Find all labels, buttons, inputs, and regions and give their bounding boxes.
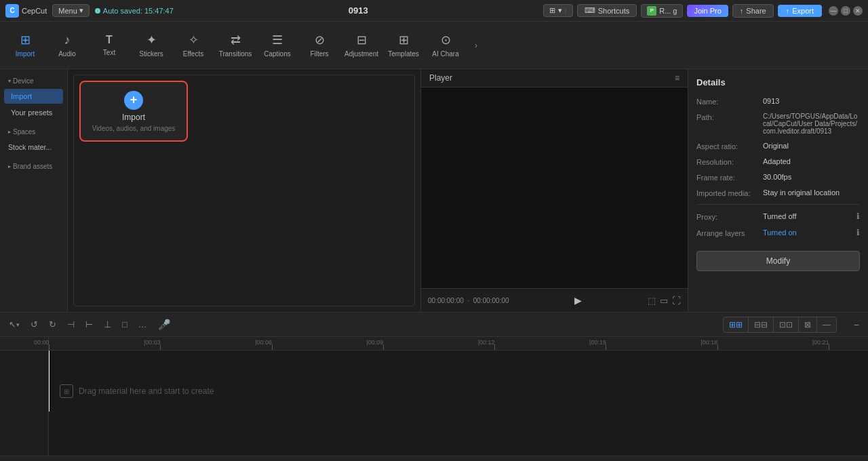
project-title: 0913 [349, 5, 368, 16]
timeline-track-area[interactable]: ⊞ Drag material here and start to create [49, 350, 868, 412]
detail-row-resolution: Resolution: Adapted [696, 157, 860, 166]
toolbar-item-text[interactable]: T Text [90, 25, 129, 66]
detail-divider [696, 204, 860, 205]
filters-icon: ⊘ [315, 33, 325, 47]
autosave-dot-icon [95, 8, 100, 14]
delete-button[interactable]: □ [119, 317, 131, 332]
timeline-view-btn-3[interactable]: ⊡⊡ [774, 317, 799, 332]
toolbar-item-captions[interactable]: ☰ Captions [258, 25, 297, 66]
details-title: Details [696, 77, 860, 87]
player-camera-icon[interactable]: ⬚ [648, 296, 656, 306]
maximize-button[interactable]: □ [841, 6, 850, 16]
detail-row-framerate: Frame rate: 30.00fps [696, 173, 860, 182]
toolbar-item-import[interactable]: ⊞ Import [5, 25, 45, 66]
detail-aspect-value: Original [763, 142, 860, 150]
templates-icon: ⊞ [399, 33, 409, 47]
select-tool-button[interactable]: ↖ ▾ [5, 317, 23, 332]
filters-label: Filters [310, 50, 328, 58]
detail-framerate-value: 30.00fps [763, 173, 860, 181]
zoom-out-button[interactable]: − [850, 317, 863, 332]
app-window: C CepCut Menu ▾ Auto saved: 15:47:47 091… [0, 0, 868, 461]
split-right-button[interactable]: ⊢ [82, 317, 96, 332]
share-label: Share [746, 7, 766, 15]
mic-button[interactable]: 🎤 [155, 317, 174, 333]
ruler-mark-0: 00:00 [49, 337, 50, 350]
window-controls: — □ ✕ [829, 6, 863, 16]
sidebar-section-brand-assets[interactable]: ▸ Brand assets [4, 160, 63, 173]
ruler-mark-4: |00:12 [494, 337, 495, 350]
ruler-mark-7: |00:21 [829, 337, 829, 350]
share-button[interactable]: ↑ Share [732, 4, 774, 18]
menu-label: Menu [58, 7, 77, 15]
detail-row-arrange: Arrange layers Turned on ℹ [696, 228, 860, 237]
shortcuts-button[interactable]: ⌨ Shortcuts [577, 4, 637, 17]
timeline-view-btn-1[interactable]: ⊞⊞ [724, 317, 749, 332]
toolbar-item-stickers[interactable]: ✦ Stickers [132, 25, 171, 66]
toolbar-item-filters[interactable]: ⊘ Filters [300, 25, 339, 66]
proxy-info-icon[interactable]: ℹ [856, 212, 860, 221]
modify-button[interactable]: Modify [696, 251, 860, 271]
app-name: CepCut [22, 7, 47, 15]
timeline-view-btn-2[interactable]: ⊟⊟ [749, 317, 774, 332]
toolbar-item-audio[interactable]: ♪ Audio [47, 25, 87, 66]
sidebar-item-import-label: Import [11, 92, 32, 100]
timeline-scrollbar[interactable] [0, 456, 868, 461]
player-timecode: 00:00:00:00 · 00:00:00:00 [428, 297, 509, 304]
stickers-icon: ✦ [146, 33, 157, 47]
sidebar-item-stock-label: Stock mater... [8, 143, 52, 151]
monitor-icon: ⊞ [549, 6, 555, 15]
timeline-main[interactable]: 00:00 |00:03 |00:06 |00:09 [49, 337, 868, 456]
templates-label: Templates [388, 50, 419, 58]
topbar-right: ⊞ ▾ | ⌨ Shortcuts P R... g Join Pro ↑ Sh… [543, 4, 863, 18]
toolbar-more-button[interactable]: › [468, 25, 484, 66]
detail-row-proxy: Proxy: Turned off ℹ [696, 212, 860, 221]
import-dropzone[interactable]: + Import Videos, audios, and images [79, 81, 188, 142]
sidebar-item-stock-material[interactable]: Stock mater... [4, 140, 63, 155]
toolbar-item-ai-chara[interactable]: ⊙ AI Chara [426, 25, 465, 66]
sidebar-section-spaces[interactable]: ▸ Spaces [4, 125, 63, 138]
audio-icon: ♪ [64, 33, 71, 47]
player-time-total: 00:00:00:00 [473, 297, 509, 304]
close-button[interactable]: ✕ [853, 6, 863, 16]
undo-button[interactable]: ↺ [27, 317, 41, 332]
timeline-right-controls: ⊞⊞ ⊟⊟ ⊡⊡ ⊠ — − [723, 317, 863, 333]
split-button[interactable]: ⊥ [100, 317, 115, 332]
timeline-view-btn-4[interactable]: ⊠ [799, 317, 817, 332]
detail-aspect-label: Aspect ratio: [696, 142, 757, 151]
detail-name-label: Name: [696, 97, 757, 106]
import-zone-sublabel: Videos, audios, and images [92, 125, 176, 132]
menu-button[interactable]: Menu ▾ [52, 4, 90, 17]
shortcuts-label: Shortcuts [598, 7, 629, 15]
chevron-down-icon: ▾ [8, 78, 11, 84]
player-fullscreen-icon[interactable]: ⛶ [672, 296, 681, 306]
ruler-mark-1: |00:03 [160, 337, 161, 350]
shortcuts-icon: ⌨ [585, 6, 595, 15]
export-button[interactable]: ↑ Export [778, 5, 822, 17]
middle-section: ▾ Device Import Your presets ▸ Spaces St… [0, 69, 868, 312]
more-options-button[interactable]: … [135, 317, 151, 332]
monitor-button[interactable]: ⊞ ▾ | [543, 4, 573, 17]
sidebar: ▾ Device Import Your presets ▸ Spaces St… [0, 69, 68, 312]
toolbar-item-effects[interactable]: ✧ Effects [174, 25, 213, 66]
detail-name-value: 0913 [763, 97, 860, 105]
arrange-info-icon[interactable]: ℹ [856, 228, 860, 237]
player-play-button[interactable]: ▶ [571, 293, 586, 308]
player-aspect-icon[interactable]: ▭ [660, 296, 668, 306]
toolbar-item-adjustment[interactable]: ⊟ Adjustment [342, 25, 381, 66]
minimize-button[interactable]: — [829, 6, 838, 16]
player-menu-icon[interactable]: ≡ [675, 73, 679, 83]
detail-resolution-label: Resolution: [696, 157, 757, 166]
split-left-button[interactable]: ⊣ [64, 317, 78, 332]
toolbar-item-templates[interactable]: ⊞ Templates [384, 25, 423, 66]
join-pro-label: Join Pro [694, 7, 721, 15]
join-pro-button[interactable]: Join Pro [687, 5, 728, 17]
timeline-view-btn-5[interactable]: — [817, 317, 836, 332]
sidebar-section-device[interactable]: ▾ Device [4, 75, 63, 87]
redo-button[interactable]: ↻ [45, 317, 60, 332]
import-zone-label: Import [122, 113, 145, 122]
sidebar-item-import[interactable]: Import [4, 89, 63, 104]
monitor-divider: | [565, 7, 567, 15]
drag-hint: ⊞ Drag material here and start to create [49, 371, 868, 412]
sidebar-item-your-presets[interactable]: Your presets [4, 105, 63, 120]
toolbar-item-transitions[interactable]: ⇄ Transitions [216, 25, 255, 66]
